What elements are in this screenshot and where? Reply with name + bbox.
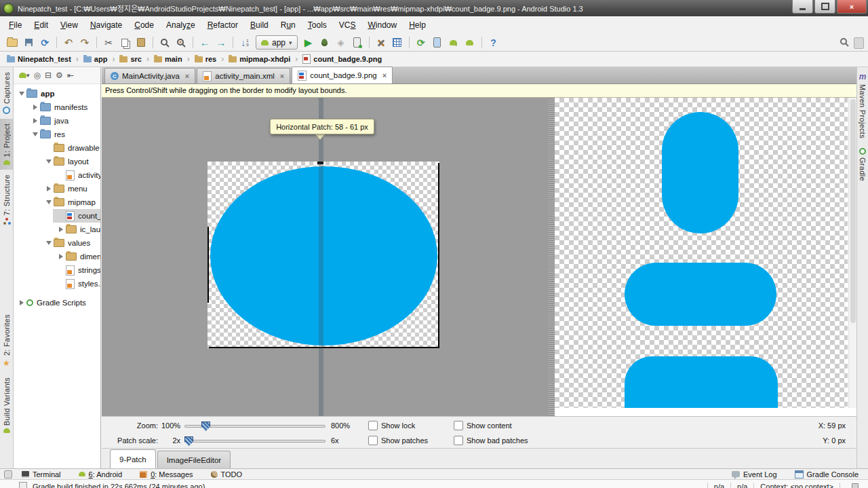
toolwindow-gradle[interactable]: Gradle: [857, 143, 868, 186]
tree-item-java[interactable]: java: [14, 114, 100, 128]
expand-arrow-icon[interactable]: [43, 159, 54, 164]
menu-refactor[interactable]: Refactor: [201, 18, 244, 32]
breadcrumb-item-file[interactable]: count_badge.9.png: [301, 54, 383, 64]
maximize-button[interactable]: [814, 0, 835, 14]
tree-item-res[interactable]: res: [14, 128, 100, 141]
show-bad-patches-checkbox[interactable]: Show bad patches: [454, 436, 528, 445]
save-all-icon[interactable]: [20, 35, 37, 50]
menu-window[interactable]: Window: [361, 18, 403, 32]
toolwindow-todo[interactable]: TODO: [211, 470, 243, 478]
collapse-arrow-icon[interactable]: [16, 300, 26, 305]
preview-scrollbar[interactable]: [848, 98, 856, 408]
sdk-tools-icon[interactable]: [373, 35, 389, 50]
close-button[interactable]: ×: [837, 0, 867, 14]
ninepatch-image[interactable]: [208, 162, 439, 348]
toolwindow-messages[interactable]: 0: Messages: [140, 470, 193, 478]
tab-count-badge[interactable]: count_badge.9.png ×: [292, 67, 393, 83]
toolwindow-gradle-console[interactable]: Gradle Console: [795, 470, 859, 478]
tab-activity-main[interactable]: activity_main.xml ×: [197, 68, 290, 83]
left-patch-marker[interactable]: [208, 227, 209, 303]
menu-navigate[interactable]: Navigate: [84, 18, 128, 32]
toolwindow-favorites[interactable]: 2: Favorites ★: [0, 309, 13, 373]
tree-item-gradle-scripts[interactable]: Gradle Scripts: [14, 296, 100, 309]
menu-run[interactable]: Run: [275, 18, 302, 32]
menu-file[interactable]: File: [3, 18, 28, 32]
menu-code[interactable]: Code: [128, 18, 160, 32]
breadcrumb-item-mipmap-xhdpi[interactable]: mipmap-xhdpi: [227, 54, 292, 64]
expand-arrow-icon[interactable]: [16, 92, 26, 96]
coverage-icon[interactable]: ◈: [333, 35, 349, 50]
open-icon[interactable]: [4, 35, 20, 50]
attach-debugger-icon[interactable]: [349, 35, 366, 50]
show-lock-checkbox[interactable]: Show lock: [368, 421, 415, 430]
menu-view[interactable]: View: [54, 18, 84, 32]
collapse-arrow-icon[interactable]: [56, 227, 66, 232]
lock-icon[interactable]: [852, 483, 859, 488]
cut-icon[interactable]: ✂: [100, 35, 117, 50]
menu-analyze[interactable]: Analyze: [160, 18, 201, 32]
tree-item-menu[interactable]: menu: [14, 182, 100, 195]
scrollbar-thumb[interactable]: [850, 99, 856, 323]
tree-item-ic-launcher[interactable]: ic_launcher.png: [14, 223, 100, 236]
menu-vcs[interactable]: VCS: [333, 18, 362, 32]
breadcrumb-item-main[interactable]: main: [153, 54, 184, 64]
zoom-slider-thumb[interactable]: [201, 421, 210, 431]
tab-mainactivity[interactable]: C MainActivity.java ×: [104, 68, 195, 83]
horizontal-patch-drag-line[interactable]: [319, 98, 323, 416]
android-view-icon[interactable]: ▾: [19, 72, 30, 79]
sdk-manager-icon[interactable]: ↓: [446, 35, 462, 50]
tree-item-app[interactable]: app: [14, 87, 100, 100]
replace-icon[interactable]: [173, 35, 189, 50]
tree-item-drawable[interactable]: drawable: [14, 141, 100, 155]
expand-arrow-icon[interactable]: [43, 241, 54, 245]
minimize-button[interactable]: [792, 0, 813, 14]
gradle-sync-icon[interactable]: ⟳: [413, 35, 429, 50]
menu-edit[interactable]: Edit: [28, 18, 54, 32]
tab-imagefileeditor[interactable]: ImageFileEditor: [157, 451, 231, 468]
device-monitor-icon[interactable]: [462, 35, 478, 50]
search-everywhere-icon[interactable]: [840, 37, 849, 49]
patch-scale-slider-thumb[interactable]: [184, 436, 193, 446]
tree-item-strings[interactable]: strings.xml: [14, 263, 100, 277]
redo-icon[interactable]: ↷: [77, 35, 93, 50]
collapse-arrow-icon[interactable]: [43, 186, 54, 191]
toolwindow-project[interactable]: 1: Project: [0, 119, 13, 169]
right-content-marker[interactable]: [438, 163, 439, 347]
collapse-arrow-icon[interactable]: [56, 254, 66, 259]
close-tab-icon[interactable]: ×: [280, 72, 284, 80]
collapse-all-icon[interactable]: ⊟: [45, 71, 52, 80]
close-tab-icon[interactable]: ×: [382, 71, 387, 79]
avd-manager-icon[interactable]: [429, 35, 446, 50]
breadcrumb-item-res[interactable]: res: [193, 54, 218, 64]
tab-9patch[interactable]: 9-Patch: [110, 449, 156, 468]
toolwindow-maven[interactable]: m Maven Projects: [857, 67, 868, 143]
undo-icon[interactable]: ↶: [60, 35, 77, 50]
tree-item-layout[interactable]: layout: [14, 155, 100, 168]
tree-item-activity-main[interactable]: activity_main.xml: [14, 168, 100, 182]
tree-item-styles[interactable]: styles.xml: [14, 277, 100, 290]
ninepatch-canvas-area[interactable]: Horizontal Patch: 58 - 61 px: [102, 98, 548, 416]
sort-numeric-icon[interactable]: ↓10: [237, 35, 253, 50]
copy-icon[interactable]: [117, 35, 133, 50]
toolwindow-build-variants[interactable]: Build Variants: [0, 373, 13, 438]
run-icon[interactable]: ▶: [300, 35, 317, 50]
show-patches-checkbox[interactable]: Show patches: [368, 436, 428, 445]
target-icon[interactable]: ◎: [34, 71, 41, 80]
synchronize-icon[interactable]: ⟳: [37, 35, 53, 50]
expand-arrow-icon[interactable]: [30, 132, 40, 136]
breadcrumb-item-src[interactable]: src: [118, 54, 143, 64]
user-panel-icon[interactable]: [854, 37, 864, 49]
tree-item-mipmap[interactable]: mipmap: [14, 195, 100, 209]
collapse-arrow-icon[interactable]: [30, 105, 40, 110]
tree-item-values[interactable]: values: [14, 236, 100, 250]
hide-panel-icon[interactable]: ⇤: [67, 71, 74, 80]
forward-icon[interactable]: →: [213, 35, 229, 50]
show-content-checkbox[interactable]: Show content: [454, 421, 512, 430]
breadcrumb-item-project[interactable]: Ninepatch_test: [5, 54, 73, 64]
debug-icon[interactable]: [317, 35, 333, 50]
toolwindow-android[interactable]: 6: Android: [79, 470, 123, 478]
tree-item-dimens[interactable]: dimens.xml: [14, 250, 100, 263]
gear-icon[interactable]: ⚙: [56, 71, 63, 80]
editor-preview-splitter[interactable]: [548, 98, 555, 416]
toolwindow-structure[interactable]: 7: Structure: [0, 170, 13, 229]
